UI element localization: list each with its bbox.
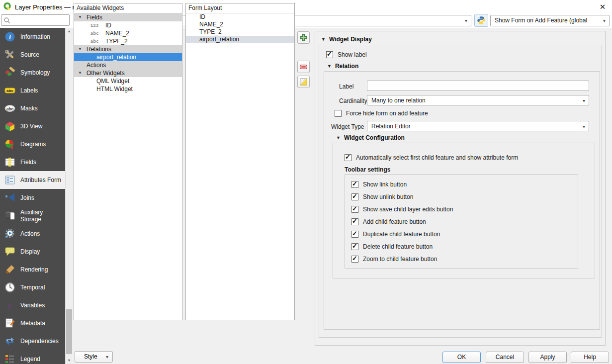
sidebar-item-label: Diagrams [20, 141, 46, 148]
sidebar-item-diagrams[interactable]: Diagrams [0, 135, 65, 153]
widget-display-header[interactable]: ▼ Widget Display [321, 36, 372, 43]
sidebar-item-joins[interactable]: Joins [0, 189, 65, 207]
rename-item-button[interactable] [297, 76, 310, 88]
show-label-checkbox[interactable]: ✓ Show label [326, 51, 367, 58]
sidebar-item-symbology[interactable]: Symbology [0, 64, 65, 82]
tree-item-name-2[interactable]: abc NAME_2 [74, 29, 182, 37]
show-link-button-checkbox[interactable]: ✓ Show link button [351, 181, 407, 188]
apply-button[interactable]: Apply [528, 352, 567, 363]
expander-icon[interactable]: ▼ [78, 45, 82, 53]
ok-button[interactable]: OK [442, 352, 481, 363]
sidebar-item-label: Symbology [20, 69, 50, 76]
sidebar-item-metadata[interactable]: Metadata [0, 314, 65, 332]
sidebar-item-variables[interactable]: ε Variables [0, 296, 65, 314]
svg-text:abc: abc [6, 106, 14, 111]
sidebar-item-actions[interactable]: Actions [0, 225, 65, 243]
sidebar-scrollbar[interactable]: ▲ ▼ [65, 28, 72, 364]
sidebar-item-legend[interactable]: Legend [0, 350, 65, 364]
label-field-input[interactable] [367, 81, 589, 91]
scroll-down-icon[interactable]: ▼ [66, 357, 73, 364]
svg-text:i: i [9, 33, 11, 41]
check-icon: ✓ [352, 193, 357, 200]
form-mode-select[interactable]: Show Form on Add Feature (global setting… [490, 15, 610, 26]
sidebar-item-temporal[interactable]: Temporal [0, 278, 65, 296]
scrollbar-thumb[interactable] [66, 309, 72, 354]
cardinality-select[interactable]: Many to one relation ▾ [367, 95, 589, 105]
expander-icon[interactable]: ▼ [78, 69, 82, 77]
sidebar-item-label: Variables [20, 302, 45, 309]
available-widgets-title: Available Widgets [74, 3, 182, 13]
sidebar-item-rendering[interactable]: Rendering [0, 261, 65, 278]
chevron-down-icon: ▾ [583, 95, 585, 106]
show-unlink-button-checkbox[interactable]: ✓ Show unlink button [351, 193, 413, 200]
sidebar-item-display[interactable]: Display [0, 243, 65, 261]
python-init-button[interactable] [474, 14, 488, 27]
widget-type-select[interactable]: Relation Editor ▾ [367, 121, 589, 131]
sidebar-item-information[interactable]: i Information [0, 28, 65, 46]
3d-view-icon [4, 120, 16, 132]
add-child-feature-checkbox[interactable]: ✓ Add child feature button [351, 218, 426, 225]
sidebar-item-source[interactable]: Source [0, 46, 65, 64]
diagrams-icon [4, 138, 16, 150]
display-icon [4, 246, 16, 258]
close-icon[interactable]: ✕ [596, 1, 610, 12]
auto-select-checkbox[interactable]: ✓ Automatically select first child featu… [345, 154, 518, 161]
qgis-logo-icon [3, 2, 12, 13]
masks-icon: abc [4, 102, 16, 114]
search-input[interactable] [1, 14, 70, 26]
tree-item-type-2[interactable]: abc TYPE_2 [74, 37, 182, 45]
tree-group-relations[interactable]: ▼ Relations [74, 45, 182, 53]
python-icon [477, 16, 486, 25]
collapse-arrow-icon[interactable]: ▼ [321, 37, 326, 42]
expander-icon[interactable]: ▼ [78, 13, 82, 21]
sidebar: i Information Source Symbology abc Label… [0, 28, 65, 364]
sidebar-item-dependencies[interactable]: Dependencies [0, 332, 65, 350]
actions-icon [4, 228, 16, 240]
sidebar-item-auxiliary-storage[interactable]: Auxiliary Storage [0, 207, 65, 225]
form-layout-item-id[interactable]: ID [186, 13, 294, 21]
legend-icon [4, 353, 16, 364]
force-hide-checkbox[interactable]: Force hide form on add feature [335, 110, 428, 117]
chevron-down-icon: ▾ [465, 15, 467, 26]
zoom-to-child-feature-checkbox[interactable]: ✓ Zoom to child feature button [351, 256, 437, 263]
scroll-up-icon[interactable]: ▲ [66, 28, 73, 35]
delete-child-feature-checkbox[interactable]: ✓ Delete child feature button [351, 243, 433, 250]
remove-item-button[interactable] [297, 61, 310, 73]
source-icon [4, 49, 16, 61]
widget-type-label: Widget Type [331, 123, 364, 130]
help-button[interactable]: Help [571, 352, 609, 363]
add-container-button[interactable] [297, 31, 310, 44]
edit-icon [299, 78, 308, 86]
tree-group-actions[interactable]: Actions [74, 61, 182, 69]
tree-item-id[interactable]: 123 ID [74, 21, 182, 29]
fields-icon [4, 156, 16, 168]
check-icon: ✓ [352, 181, 357, 187]
tree-group-other-widgets[interactable]: ▼ Other Widgets [74, 69, 182, 77]
form-layout-item-type-2[interactable]: TYPE_2 [186, 28, 294, 36]
sidebar-item-labels[interactable]: abc Labels [0, 82, 65, 99]
sidebar-item-fields[interactable]: Fields [0, 153, 65, 171]
collapse-arrow-icon[interactable]: ▼ [327, 64, 332, 69]
style-button[interactable]: Style ▾ [75, 351, 113, 363]
show-save-child-edits-checkbox[interactable]: ✓ Show save child layer edits button [351, 206, 453, 213]
sidebar-item-attributes-form[interactable]: Attributes Form [0, 171, 65, 189]
toolbar-settings-frame: ✓ Show link button ✓ Show unlink button … [345, 174, 578, 269]
plus-icon [299, 33, 308, 42]
tree-item-qml-widget[interactable]: QML Widget [74, 77, 182, 85]
tree-item-html-widget[interactable]: HTML Widget [74, 85, 182, 93]
cardinality-select-value: Many to one relation [371, 97, 426, 104]
tree-item-airport-relation[interactable]: airport_relation [74, 53, 182, 61]
collapse-arrow-icon[interactable]: ▼ [336, 135, 341, 140]
tree-group-fields[interactable]: ▼ Fields [74, 13, 182, 21]
form-layout-item-name-2[interactable]: NAME_2 [186, 21, 294, 28]
relation-header[interactable]: ▼ Relation [327, 63, 358, 70]
widget-configuration-header[interactable]: ▼ Widget Configuration [336, 134, 405, 141]
check-icon: ✓ [345, 154, 350, 161]
form-layout-item-airport-relation[interactable]: airport_relation [186, 36, 294, 43]
sidebar-item-3d-view[interactable]: 3D View [0, 117, 65, 135]
duplicate-child-feature-checkbox[interactable]: ✓ Duplicate child feature button [351, 231, 440, 238]
sidebar-item-masks[interactable]: abc Masks [0, 99, 65, 117]
cancel-button[interactable]: Cancel [486, 352, 524, 363]
minus-icon [299, 63, 308, 71]
variables-icon: ε [4, 299, 16, 311]
